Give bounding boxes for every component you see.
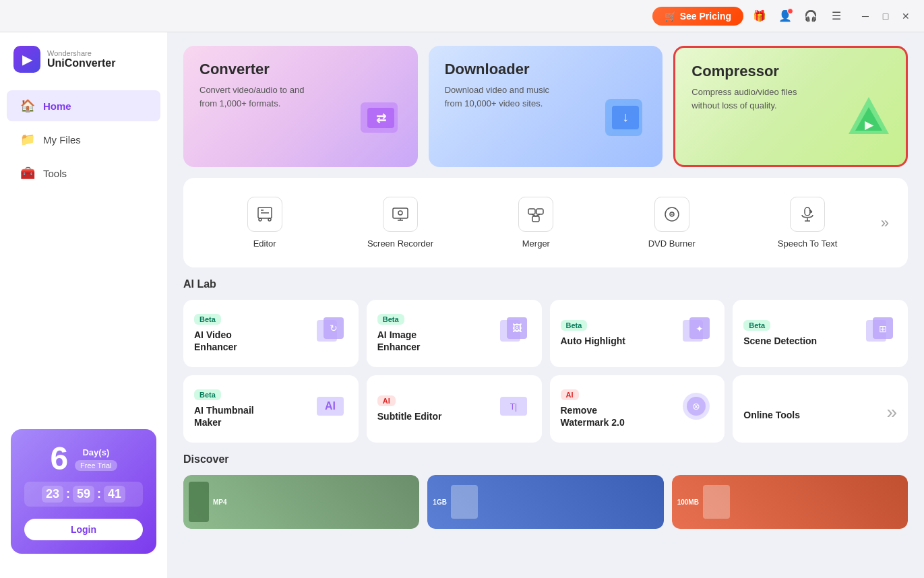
scene-detection-image: ⊞ [862,313,897,354]
days-label: Day(s) [75,447,117,459]
ai-lab-title: AI Lab [183,278,908,290]
online-tools-image: » [886,394,897,424]
ai-card-video-enhancer-name: AI VideoEnhancer [194,329,237,353]
ai-image-enhancer-image: 🖼 [496,313,531,354]
editor-icon [247,197,282,232]
downloader-title: Downloader [445,61,647,78]
hero-cards: Converter Convert video/audio to and fro… [183,46,908,167]
svg-point-25 [671,214,673,215]
timer-colon-1: : [66,487,70,501]
hero-card-converter[interactable]: Converter Convert video/audio to and fro… [183,46,418,167]
ai-card-thumbnail-maker[interactable]: Beta AI ThumbnailMaker AI [183,375,359,443]
converter-title: Converter [199,61,402,78]
svg-text:⇄: ⇄ [375,112,386,125]
ai-card-scene-detection-name: Scene Detection [743,335,817,347]
see-pricing-button[interactable]: 🛒 See Pricing [652,7,743,26]
tools-more-button[interactable]: » [875,209,894,237]
svg-text:T|: T| [510,402,516,412]
svg-text:🖼: 🖼 [512,323,522,333]
ai-card-video-enhancer[interactable]: Beta AI VideoEnhancer ↻ [183,300,359,367]
svg-text:⊞: ⊞ [879,323,887,334]
ai-card-image-enhancer-name: AI ImageEnhancer [377,329,421,353]
user-account-icon[interactable]: 👤 [776,7,795,26]
discover-card-2[interactable]: 1GB [427,475,663,529]
sidebar-item-tools[interactable]: 🧰 Tools [7,158,160,189]
svg-text:AI: AI [325,400,336,412]
home-icon: 🏠 [20,98,35,113]
svg-rect-19 [536,209,543,214]
cart-icon: 🛒 [665,11,676,22]
hero-card-downloader[interactable]: Downloader Download video and music from… [429,46,663,167]
compressor-title: Compressor [691,63,890,80]
tool-editor[interactable]: Editor [197,191,332,254]
svg-point-12 [259,218,261,221]
discover-card-1[interactable]: MP4 [183,475,419,529]
sidebar-item-my-files-label: My Files [43,134,81,146]
timer-hours: 23 [42,486,63,503]
app-logo-icon: ▶ [13,46,40,73]
screen-recorder-label: Screen Recorder [367,238,433,249]
svg-rect-14 [393,208,408,218]
thumbnail-maker-image: AI [313,389,348,430]
compressor-image: ▶ [838,87,899,158]
svg-text:⊗: ⊗ [692,401,700,412]
svg-point-17 [398,211,402,215]
ai-card-subtitle-editor[interactable]: AI Subtitle Editor T| [367,375,542,443]
ai-card-remove-watermark[interactable]: AI RemoveWatermark 2.0 ⊗ [550,375,725,443]
discover-row: MP4 1GB 100MB [183,475,908,529]
ai-card-image-enhancer[interactable]: Beta AI ImageEnhancer 🖼 [367,300,542,367]
maximize-button[interactable]: □ [878,9,893,24]
sidebar-item-tools-label: Tools [43,168,67,179]
beta-badge-video-enhancer: Beta [194,314,221,325]
compressor-desc: Compress audio/video files without loss … [691,86,810,112]
beta-badge-auto-highlight: Beta [561,320,588,331]
svg-text:▶: ▶ [865,119,874,131]
merger-icon [518,197,553,232]
sidebar: ▶ Wondershare UniConverter 🏠 Home 📁 My F… [0,32,167,578]
timer-minutes: 59 [73,486,94,503]
svg-text:↻: ↻ [330,323,338,333]
close-button[interactable]: ✕ [898,9,913,24]
window-controls: ─ □ ✕ [858,9,913,24]
timer: 23 : 59 : 41 [24,482,143,507]
ai-card-auto-highlight[interactable]: Beta Auto Highlight ✦ [550,300,725,367]
tool-speech-to-text[interactable]: Speech To Text [739,191,875,254]
beta-badge-image-enhancer: Beta [377,314,404,325]
see-pricing-label: See Pricing [680,11,731,22]
ai-card-scene-detection[interactable]: Beta Scene Detection ⊞ [733,300,908,367]
timer-seconds: 41 [104,486,125,503]
tool-screen-recorder[interactable]: Screen Recorder [332,191,468,254]
screen-recorder-icon [383,197,418,232]
headphone-icon[interactable]: 🎧 [801,7,820,26]
converter-desc: Convert video/audio to and from 1,000+ f… [199,84,321,110]
svg-point-13 [268,218,271,221]
minimize-button[interactable]: ─ [858,9,873,24]
sidebar-item-home[interactable]: 🏠 Home [7,90,160,121]
ai-card-online-tools[interactable]: Online Tools » [733,375,908,443]
speech-to-text-label: Speech To Text [778,238,837,249]
beta-badge-thumbnail: Beta [194,389,221,400]
product-name: UniConverter [47,57,115,69]
dvd-burner-icon [654,197,689,232]
svg-rect-26 [805,207,810,216]
login-button[interactable]: Login [24,519,143,540]
ai-video-enhancer-image: ↻ [313,313,348,354]
converter-image: ⇄ [350,89,411,160]
trial-days-display: 6 Day(s) Free Trial [24,443,143,475]
free-trial-badge: Free Trial [75,460,117,471]
ai-lab-grid: Beta AI VideoEnhancer ↻ Beta AI [183,300,908,443]
brand-name: Wondershare [47,49,115,57]
tool-dvd-burner[interactable]: DVD Burner [604,191,739,254]
gift-icon[interactable]: 🎁 [750,7,769,26]
main-content: Converter Convert video/audio to and fro… [167,32,924,578]
ai-card-online-tools-name: Online Tools [743,409,800,421]
ai-card-auto-highlight-name: Auto Highlight [561,335,625,347]
trial-card: 6 Day(s) Free Trial 23 : 59 : 41 Login [11,429,156,554]
hero-card-compressor[interactable]: Compressor Compress audio/video files wi… [673,46,908,167]
tool-merger[interactable]: Merger [468,191,604,254]
menu-icon[interactable]: ☰ [827,7,846,26]
sidebar-item-my-files[interactable]: 📁 My Files [7,124,160,155]
discover-card-3[interactable]: 100MB [672,475,908,529]
svg-rect-18 [528,209,535,214]
tools-icon: 🧰 [20,166,35,181]
